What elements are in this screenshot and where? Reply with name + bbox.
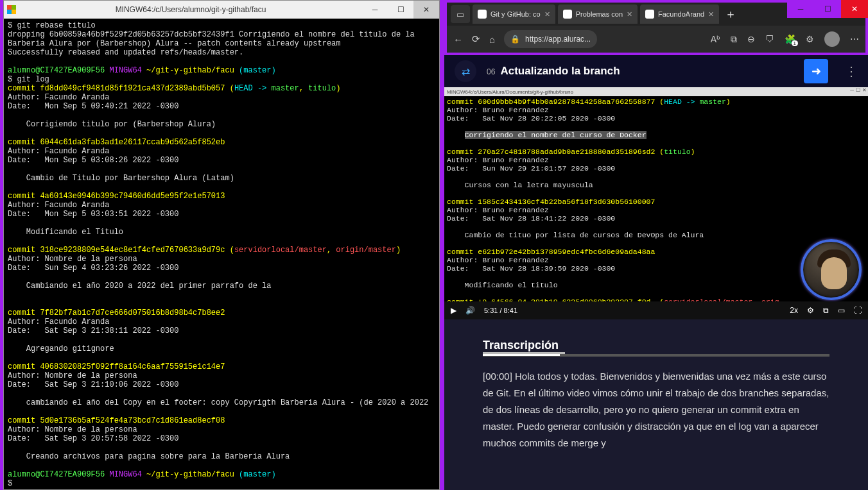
browser-window-controls: ─ ☐ ✕ [787,0,868,18]
page-content: ⇄ 06 Actualizando la branch ➜ ⋮ MINGW64:… [444,55,868,490]
browser-tab[interactable]: Problemas con✕ [558,4,638,24]
video-area: MINGW64:/c/Users/Alura/Documents/git-y-g… [444,87,868,319]
theater-icon[interactable]: ▭ [838,306,845,315]
toolbar-icons: Aᵇ ⧉ ⊖ ⛉ 🧩1 ⚙ ⋯ [711,31,859,47]
video-terminal-scene[interactable]: commit 600d9bbb4b9f4bb0a92878414258aa766… [444,96,868,301]
transcript-body: [00:00] Hola todos y todas. Bienvenidos … [483,368,829,452]
terminal-window: MINGW64:/c/Users/alumno/git-y-githab/fac… [3,0,440,490]
browser-close-button[interactable]: ✕ [841,0,868,18]
extensions-icon[interactable]: 🧩1 [785,34,795,44]
extension-puzzle-icon[interactable]: ⚙ [806,34,814,44]
home-button[interactable]: ⌂ [489,34,495,45]
browser-window: ─ ☐ ✕ ▭ Git y GitHub: co✕Problemas con✕F… [444,0,868,490]
tab-actions-button[interactable]: ▭ [451,5,470,23]
terminal-window-title: MINGW64:/c/Users/alumno/git-y-githab/fac… [19,5,362,14]
lesson-number: 06 [487,67,495,76]
presenter-webcam [801,239,862,300]
tab-close-icon[interactable]: ✕ [708,10,714,19]
toolbar: ← ⟳ ⌂ 🔒 https://app.alurac... Aᵇ ⧉ ⊖ ⛉ 🧩… [447,26,865,53]
course-menu-button[interactable]: ⇄ [455,60,476,82]
read-aloud-icon[interactable]: Aᵇ [711,34,720,44]
tab-favicon [563,10,572,19]
browser-tab[interactable]: FacundoArand✕ [640,4,719,24]
tab-label: Git y GitHub: co [490,10,541,18]
svg-rect-1 [12,5,16,10]
pip-icon[interactable]: ⧉ [823,306,829,315]
lock-icon: 🔒 [510,35,520,44]
tab-favicon [478,10,487,19]
video-controls: ▶ 🔊 5:31 / 8:41 2x ⚙ ⧉ ▭ ⛶ [444,301,868,319]
lesson-header: ⇄ 06 Actualizando la branch ➜ ⋮ [444,55,868,87]
zoom-out-icon[interactable]: ⊖ [747,34,755,44]
minimize-button[interactable]: ─ [362,1,388,19]
playback-speed[interactable]: 2x [790,306,798,315]
browser-tab[interactable]: Git y GitHub: co✕ [473,4,555,24]
maximize-button[interactable]: ☐ [388,1,413,19]
terminal-titlebar: MINGW64:/c/Users/alumno/git-y-githab/fac… [4,1,439,19]
collections-icon[interactable]: ⧉ [731,34,737,45]
transcript-section: Transcripción [00:00] Hola todos y todas… [444,319,868,452]
back-button[interactable]: ← [453,34,463,45]
address-bar[interactable]: 🔒 https://app.alurac... [504,30,597,48]
svg-rect-2 [7,10,12,14]
url-text: https://app.alurac... [525,35,591,44]
transcript-heading: Transcripción [483,339,829,357]
profile-avatar[interactable] [824,31,840,47]
browser-minimize-button[interactable]: ─ [787,0,814,18]
menu-button[interactable]: ⋯ [850,34,859,44]
next-lesson-button[interactable]: ➜ [804,59,828,83]
lesson-title-text: Actualizando la branch [500,65,620,77]
video-time: 5:31 / 8:41 [484,307,517,314]
play-button[interactable]: ▶ [451,306,456,315]
terminal-output[interactable]: $ git rebase titulo dropping 6b00859a46b… [4,19,439,489]
volume-button[interactable]: 🔊 [465,306,475,315]
browser-maximize-button[interactable]: ☐ [814,0,841,18]
refresh-button[interactable]: ⟳ [472,33,480,45]
close-button[interactable]: ✕ [413,1,439,19]
tab-close-icon[interactable]: ✕ [544,10,550,19]
terminal-app-icon [4,5,19,14]
svg-rect-3 [12,10,16,14]
tab-favicon [645,10,654,19]
tab-label: Problemas con [576,10,623,18]
lesson-title: 06 Actualizando la branch [487,65,620,78]
tab-close-icon[interactable]: ✕ [627,10,632,19]
new-tab-button[interactable]: ＋ [722,5,740,23]
fullscreen-icon[interactable]: ⛶ [854,306,862,315]
video-inner-title: MINGW64:/c/Users/Alura/Documents/git-y-g… [447,89,573,95]
settings-icon[interactable]: ⚙ [807,306,814,315]
lesson-more-button[interactable]: ⋮ [845,63,858,79]
video-inner-titlebar: MINGW64:/c/Users/Alura/Documents/git-y-g… [444,87,868,96]
tab-label: FacundoArand [658,10,704,18]
svg-rect-0 [7,5,12,10]
favorites-icon[interactable]: ⛉ [765,34,774,44]
